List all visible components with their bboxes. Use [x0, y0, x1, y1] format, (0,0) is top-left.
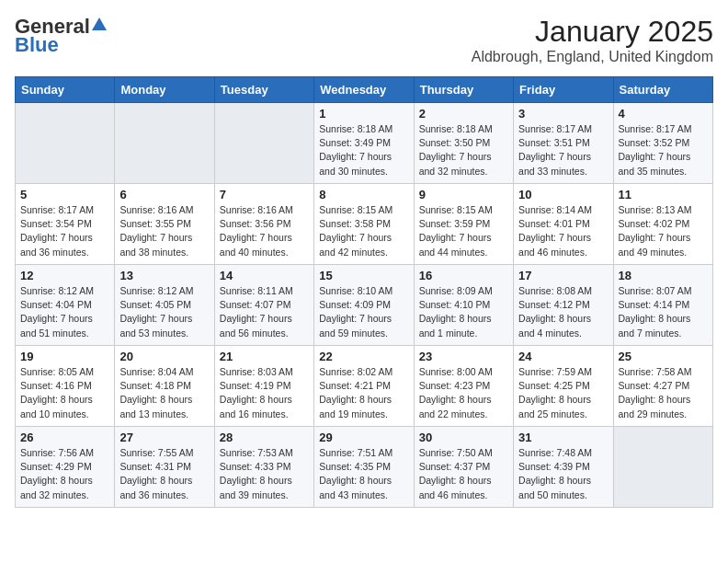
calendar-week-4: 19Sunrise: 8:05 AM Sunset: 4:16 PM Dayli…: [16, 346, 713, 427]
day-number: 18: [619, 269, 708, 282]
day-info: Sunrise: 8:07 AM Sunset: 4:14 PM Dayligh…: [619, 284, 708, 340]
location-subtitle: Aldbrough, England, United Kingdom: [472, 49, 713, 65]
calendar-cell: 21Sunrise: 8:03 AM Sunset: 4:19 PM Dayli…: [214, 346, 313, 427]
day-number: 28: [220, 431, 309, 444]
day-number: 6: [119, 188, 209, 201]
calendar-week-3: 12Sunrise: 8:12 AM Sunset: 4:04 PM Dayli…: [16, 265, 713, 346]
day-info: Sunrise: 8:16 AM Sunset: 3:55 PM Dayligh…: [119, 203, 209, 259]
calendar-cell: [16, 103, 115, 184]
day-number: 14: [220, 269, 309, 282]
day-info: Sunrise: 8:02 AM Sunset: 4:21 PM Dayligh…: [319, 365, 408, 421]
day-number: 24: [518, 350, 608, 363]
day-number: 26: [20, 431, 109, 444]
day-info: Sunrise: 8:17 AM Sunset: 3:54 PM Dayligh…: [20, 203, 109, 259]
calendar-cell: [115, 103, 214, 184]
day-number: 1: [319, 107, 408, 121]
day-info: Sunrise: 7:48 AM Sunset: 4:39 PM Dayligh…: [518, 446, 608, 502]
logo-blue-text: Blue: [15, 33, 59, 57]
day-info: Sunrise: 7:50 AM Sunset: 4:37 PM Dayligh…: [419, 446, 508, 502]
calendar-cell: 9Sunrise: 8:15 AM Sunset: 3:59 PM Daylig…: [414, 184, 513, 265]
day-number: 2: [419, 107, 508, 121]
day-number: 15: [319, 269, 408, 282]
day-info: Sunrise: 8:09 AM Sunset: 4:10 PM Dayligh…: [419, 284, 508, 340]
day-info: Sunrise: 8:18 AM Sunset: 3:50 PM Dayligh…: [419, 122, 508, 178]
calendar-week-1: 1Sunrise: 8:18 AM Sunset: 3:49 PM Daylig…: [16, 103, 713, 184]
calendar-cell: 4Sunrise: 8:17 AM Sunset: 3:52 PM Daylig…: [613, 103, 712, 184]
day-info: Sunrise: 7:51 AM Sunset: 4:35 PM Dayligh…: [319, 446, 408, 502]
calendar-cell: 6Sunrise: 8:16 AM Sunset: 3:55 PM Daylig…: [115, 184, 214, 265]
day-number: 29: [319, 431, 408, 444]
day-info: Sunrise: 8:12 AM Sunset: 4:05 PM Dayligh…: [119, 284, 209, 340]
day-info: Sunrise: 8:04 AM Sunset: 4:18 PM Dayligh…: [119, 365, 209, 421]
weekday-header-row: SundayMondayTuesdayWednesdayThursdayFrid…: [16, 77, 713, 103]
calendar-cell: 2Sunrise: 8:18 AM Sunset: 3:50 PM Daylig…: [414, 103, 513, 184]
day-info: Sunrise: 8:16 AM Sunset: 3:56 PM Dayligh…: [220, 203, 309, 259]
day-info: Sunrise: 8:03 AM Sunset: 4:19 PM Dayligh…: [220, 365, 309, 421]
calendar-cell: 3Sunrise: 8:17 AM Sunset: 3:51 PM Daylig…: [514, 103, 613, 184]
day-number: 21: [220, 350, 309, 363]
day-number: 10: [518, 188, 608, 201]
calendar-cell: 31Sunrise: 7:48 AM Sunset: 4:39 PM Dayli…: [514, 427, 613, 508]
day-number: 7: [220, 188, 309, 201]
day-info: Sunrise: 8:18 AM Sunset: 3:49 PM Dayligh…: [319, 122, 408, 178]
day-number: 9: [419, 188, 508, 201]
calendar-cell: 8Sunrise: 8:15 AM Sunset: 3:58 PM Daylig…: [314, 184, 414, 265]
calendar-cell: 29Sunrise: 7:51 AM Sunset: 4:35 PM Dayli…: [314, 427, 414, 508]
day-number: 20: [119, 350, 209, 363]
calendar-cell: 5Sunrise: 8:17 AM Sunset: 3:54 PM Daylig…: [16, 184, 115, 265]
day-number: 5: [20, 188, 109, 201]
calendar-cell: 13Sunrise: 8:12 AM Sunset: 4:05 PM Dayli…: [115, 265, 214, 346]
day-info: Sunrise: 8:12 AM Sunset: 4:04 PM Dayligh…: [20, 284, 109, 340]
day-info: Sunrise: 8:15 AM Sunset: 3:59 PM Dayligh…: [419, 203, 508, 259]
calendar-cell: 19Sunrise: 8:05 AM Sunset: 4:16 PM Dayli…: [16, 346, 115, 427]
day-number: 22: [319, 350, 408, 363]
day-info: Sunrise: 8:08 AM Sunset: 4:12 PM Dayligh…: [518, 284, 608, 340]
month-title: January 2025: [472, 15, 713, 49]
day-number: 12: [20, 269, 109, 282]
day-info: Sunrise: 8:05 AM Sunset: 4:16 PM Dayligh…: [20, 365, 109, 421]
logo: General Blue: [15, 15, 107, 57]
weekday-header-tuesday: Tuesday: [214, 77, 313, 103]
weekday-header-saturday: Saturday: [613, 77, 712, 103]
calendar-week-2: 5Sunrise: 8:17 AM Sunset: 3:54 PM Daylig…: [16, 184, 713, 265]
calendar-cell: 7Sunrise: 8:16 AM Sunset: 3:56 PM Daylig…: [214, 184, 313, 265]
day-number: 8: [319, 188, 408, 201]
calendar-cell: [613, 427, 712, 508]
day-info: Sunrise: 7:59 AM Sunset: 4:25 PM Dayligh…: [518, 365, 608, 421]
calendar-cell: [214, 103, 313, 184]
day-info: Sunrise: 8:11 AM Sunset: 4:07 PM Dayligh…: [220, 284, 309, 340]
logo-triangle-icon: [92, 17, 107, 32]
calendar-cell: 12Sunrise: 8:12 AM Sunset: 4:04 PM Dayli…: [16, 265, 115, 346]
calendar-cell: 10Sunrise: 8:14 AM Sunset: 4:01 PM Dayli…: [514, 184, 613, 265]
calendar-cell: 16Sunrise: 8:09 AM Sunset: 4:10 PM Dayli…: [414, 265, 513, 346]
calendar-week-5: 26Sunrise: 7:56 AM Sunset: 4:29 PM Dayli…: [16, 427, 713, 508]
day-number: 11: [619, 188, 708, 201]
day-info: Sunrise: 7:55 AM Sunset: 4:31 PM Dayligh…: [119, 446, 209, 502]
calendar-cell: 25Sunrise: 7:58 AM Sunset: 4:27 PM Dayli…: [613, 346, 712, 427]
day-info: Sunrise: 7:58 AM Sunset: 4:27 PM Dayligh…: [619, 365, 708, 421]
day-number: 13: [119, 269, 209, 282]
weekday-header-sunday: Sunday: [16, 77, 115, 103]
weekday-header-friday: Friday: [514, 77, 613, 103]
day-number: 4: [619, 107, 708, 121]
calendar-cell: 24Sunrise: 7:59 AM Sunset: 4:25 PM Dayli…: [514, 346, 613, 427]
day-number: 17: [518, 269, 608, 282]
day-info: Sunrise: 8:13 AM Sunset: 4:02 PM Dayligh…: [619, 203, 708, 259]
day-info: Sunrise: 8:00 AM Sunset: 4:23 PM Dayligh…: [419, 365, 508, 421]
weekday-header-wednesday: Wednesday: [314, 77, 414, 103]
day-number: 27: [119, 431, 209, 444]
title-block: January 2025 Aldbrough, England, United …: [472, 15, 713, 65]
day-info: Sunrise: 8:17 AM Sunset: 3:51 PM Dayligh…: [518, 122, 608, 178]
day-info: Sunrise: 8:15 AM Sunset: 3:58 PM Dayligh…: [319, 203, 408, 259]
calendar-cell: 20Sunrise: 8:04 AM Sunset: 4:18 PM Dayli…: [115, 346, 214, 427]
calendar-cell: 1Sunrise: 8:18 AM Sunset: 3:49 PM Daylig…: [314, 103, 414, 184]
calendar-cell: 14Sunrise: 8:11 AM Sunset: 4:07 PM Dayli…: [214, 265, 313, 346]
calendar-cell: 23Sunrise: 8:00 AM Sunset: 4:23 PM Dayli…: [414, 346, 513, 427]
day-number: 31: [518, 431, 608, 444]
day-info: Sunrise: 8:10 AM Sunset: 4:09 PM Dayligh…: [319, 284, 408, 340]
day-number: 3: [518, 107, 608, 121]
calendar-cell: 15Sunrise: 8:10 AM Sunset: 4:09 PM Dayli…: [314, 265, 414, 346]
calendar-cell: 27Sunrise: 7:55 AM Sunset: 4:31 PM Dayli…: [115, 427, 214, 508]
day-number: 25: [619, 350, 708, 363]
calendar-cell: 18Sunrise: 8:07 AM Sunset: 4:14 PM Dayli…: [613, 265, 712, 346]
